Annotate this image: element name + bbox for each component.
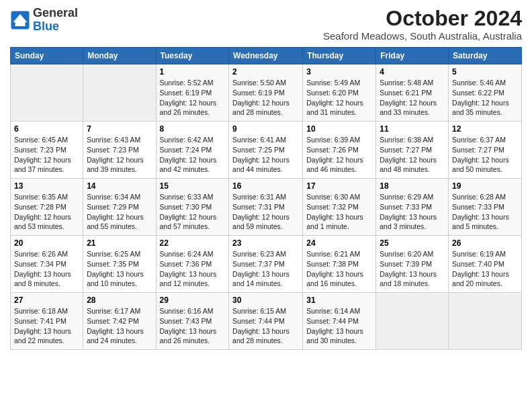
day-number: 28 bbox=[87, 295, 152, 305]
calendar-cell: 15Sunrise: 6:33 AMSunset: 7:30 PMDayligh… bbox=[156, 179, 229, 236]
day-number: 17 bbox=[306, 181, 372, 191]
calendar-cell bbox=[83, 64, 156, 122]
day-info: Sunrise: 5:52 AMSunset: 6:19 PMDaylight:… bbox=[160, 78, 226, 118]
logo-text: General Blue bbox=[33, 7, 78, 34]
day-number: 25 bbox=[380, 238, 445, 248]
day-info: Sunrise: 6:33 AMSunset: 7:30 PMDaylight:… bbox=[160, 192, 226, 232]
calendar-cell: 10Sunrise: 6:39 AMSunset: 7:26 PMDayligh… bbox=[303, 122, 376, 179]
day-number: 13 bbox=[14, 181, 79, 191]
calendar-week-4: 20Sunrise: 6:26 AMSunset: 7:34 PMDayligh… bbox=[11, 236, 522, 293]
day-number: 24 bbox=[306, 238, 372, 248]
day-number: 16 bbox=[232, 181, 299, 191]
day-info: Sunrise: 6:43 AMSunset: 7:23 PMDaylight:… bbox=[87, 135, 152, 175]
calendar-cell: 13Sunrise: 6:35 AMSunset: 7:28 PMDayligh… bbox=[11, 179, 83, 236]
calendar-cell: 12Sunrise: 6:37 AMSunset: 7:27 PMDayligh… bbox=[449, 122, 522, 179]
day-info: Sunrise: 5:49 AMSunset: 6:20 PMDaylight:… bbox=[306, 78, 372, 118]
day-number: 18 bbox=[380, 181, 445, 191]
day-info: Sunrise: 6:35 AMSunset: 7:28 PMDaylight:… bbox=[14, 192, 79, 232]
day-number: 21 bbox=[87, 238, 152, 248]
day-info: Sunrise: 6:23 AMSunset: 7:37 PMDaylight:… bbox=[232, 249, 299, 289]
calendar-cell: 16Sunrise: 6:31 AMSunset: 7:31 PMDayligh… bbox=[229, 179, 303, 236]
calendar-cell: 3Sunrise: 5:49 AMSunset: 6:20 PMDaylight… bbox=[303, 64, 376, 122]
day-number: 10 bbox=[306, 124, 372, 134]
day-info: Sunrise: 6:17 AMSunset: 7:42 PMDaylight:… bbox=[87, 306, 152, 346]
logo-blue-text: Blue bbox=[33, 19, 59, 33]
day-number: 1 bbox=[160, 67, 226, 77]
calendar-cell: 22Sunrise: 6:24 AMSunset: 7:36 PMDayligh… bbox=[156, 236, 229, 293]
calendar-cell: 14Sunrise: 6:34 AMSunset: 7:29 PMDayligh… bbox=[83, 179, 156, 236]
calendar-cell: 17Sunrise: 6:30 AMSunset: 7:32 PMDayligh… bbox=[303, 179, 376, 236]
day-number: 27 bbox=[14, 295, 79, 305]
day-info: Sunrise: 6:16 AMSunset: 7:43 PMDaylight:… bbox=[160, 306, 226, 346]
day-number: 4 bbox=[380, 67, 445, 77]
day-number: 8 bbox=[160, 124, 226, 134]
day-info: Sunrise: 6:20 AMSunset: 7:39 PMDaylight:… bbox=[380, 249, 445, 289]
day-info: Sunrise: 6:37 AMSunset: 7:27 PMDaylight:… bbox=[452, 135, 518, 175]
day-info: Sunrise: 6:29 AMSunset: 7:33 PMDaylight:… bbox=[380, 192, 445, 232]
day-info: Sunrise: 6:26 AMSunset: 7:34 PMDaylight:… bbox=[14, 249, 79, 289]
day-info: Sunrise: 6:34 AMSunset: 7:29 PMDaylight:… bbox=[87, 192, 152, 232]
day-number: 5 bbox=[452, 67, 518, 77]
svg-rect-2 bbox=[15, 22, 26, 26]
day-number: 29 bbox=[160, 295, 226, 305]
day-number: 23 bbox=[232, 238, 299, 248]
calendar-cell: 20Sunrise: 6:26 AMSunset: 7:34 PMDayligh… bbox=[11, 236, 83, 293]
day-number: 11 bbox=[380, 124, 445, 134]
calendar-cell bbox=[376, 293, 449, 350]
page-header: General Blue October 2024 Seaford Meadow… bbox=[10, 7, 522, 42]
day-number: 15 bbox=[160, 181, 226, 191]
calendar-week-3: 13Sunrise: 6:35 AMSunset: 7:28 PMDayligh… bbox=[11, 179, 522, 236]
calendar-cell: 21Sunrise: 6:25 AMSunset: 7:35 PMDayligh… bbox=[83, 236, 156, 293]
day-info: Sunrise: 5:50 AMSunset: 6:19 PMDaylight:… bbox=[232, 78, 299, 118]
day-number: 22 bbox=[160, 238, 226, 248]
day-info: Sunrise: 6:25 AMSunset: 7:35 PMDaylight:… bbox=[87, 249, 152, 289]
calendar-week-5: 27Sunrise: 6:18 AMSunset: 7:41 PMDayligh… bbox=[11, 293, 522, 350]
calendar-cell: 9Sunrise: 6:41 AMSunset: 7:25 PMDaylight… bbox=[229, 122, 303, 179]
day-number: 31 bbox=[306, 295, 372, 305]
calendar-header-row: SundayMondayTuesdayWednesdayThursdayFrid… bbox=[11, 48, 522, 64]
calendar-cell: 29Sunrise: 6:16 AMSunset: 7:43 PMDayligh… bbox=[156, 293, 229, 350]
calendar-cell: 2Sunrise: 5:50 AMSunset: 6:19 PMDaylight… bbox=[229, 64, 303, 122]
column-header-sunday: Sunday bbox=[11, 48, 83, 64]
column-header-monday: Monday bbox=[83, 48, 156, 64]
calendar-cell: 31Sunrise: 6:14 AMSunset: 7:44 PMDayligh… bbox=[303, 293, 376, 350]
day-info: Sunrise: 6:21 AMSunset: 7:38 PMDaylight:… bbox=[306, 249, 372, 289]
calendar-cell: 8Sunrise: 6:42 AMSunset: 7:24 PMDaylight… bbox=[156, 122, 229, 179]
calendar-cell: 25Sunrise: 6:20 AMSunset: 7:39 PMDayligh… bbox=[376, 236, 449, 293]
calendar-week-1: 1Sunrise: 5:52 AMSunset: 6:19 PMDaylight… bbox=[11, 64, 522, 122]
logo-icon bbox=[10, 10, 30, 30]
day-info: Sunrise: 6:15 AMSunset: 7:44 PMDaylight:… bbox=[232, 306, 299, 346]
calendar-cell bbox=[449, 293, 522, 350]
column-header-thursday: Thursday bbox=[303, 48, 376, 64]
day-number: 7 bbox=[87, 124, 152, 134]
calendar-cell: 18Sunrise: 6:29 AMSunset: 7:33 PMDayligh… bbox=[376, 179, 449, 236]
day-info: Sunrise: 6:31 AMSunset: 7:31 PMDaylight:… bbox=[232, 192, 299, 232]
calendar-table: SundayMondayTuesdayWednesdayThursdayFrid… bbox=[10, 47, 522, 350]
calendar-cell: 23Sunrise: 6:23 AMSunset: 7:37 PMDayligh… bbox=[229, 236, 303, 293]
calendar-cell: 5Sunrise: 5:46 AMSunset: 6:22 PMDaylight… bbox=[449, 64, 522, 122]
day-number: 30 bbox=[232, 295, 299, 305]
day-info: Sunrise: 6:45 AMSunset: 7:23 PMDaylight:… bbox=[14, 135, 79, 175]
day-info: Sunrise: 6:42 AMSunset: 7:24 PMDaylight:… bbox=[160, 135, 226, 175]
calendar-cell: 11Sunrise: 6:38 AMSunset: 7:27 PMDayligh… bbox=[376, 122, 449, 179]
day-number: 3 bbox=[306, 67, 372, 77]
calendar-cell: 19Sunrise: 6:28 AMSunset: 7:33 PMDayligh… bbox=[449, 179, 522, 236]
month-title: October 2024 bbox=[323, 7, 522, 30]
day-number: 2 bbox=[232, 67, 299, 77]
day-info: Sunrise: 5:48 AMSunset: 6:21 PMDaylight:… bbox=[380, 78, 445, 118]
calendar-cell: 6Sunrise: 6:45 AMSunset: 7:23 PMDaylight… bbox=[11, 122, 83, 179]
day-info: Sunrise: 5:46 AMSunset: 6:22 PMDaylight:… bbox=[452, 78, 518, 118]
day-number: 6 bbox=[14, 124, 79, 134]
day-info: Sunrise: 6:30 AMSunset: 7:32 PMDaylight:… bbox=[306, 192, 372, 232]
calendar-cell: 4Sunrise: 5:48 AMSunset: 6:21 PMDaylight… bbox=[376, 64, 449, 122]
day-info: Sunrise: 6:18 AMSunset: 7:41 PMDaylight:… bbox=[14, 306, 79, 346]
day-info: Sunrise: 6:14 AMSunset: 7:44 PMDaylight:… bbox=[306, 306, 372, 346]
day-info: Sunrise: 6:39 AMSunset: 7:26 PMDaylight:… bbox=[306, 135, 372, 175]
calendar-cell: 1Sunrise: 5:52 AMSunset: 6:19 PMDaylight… bbox=[156, 64, 229, 122]
location-subtitle: Seaford Meadows, South Australia, Austra… bbox=[323, 30, 522, 42]
logo-general-text: General bbox=[33, 6, 78, 19]
column-header-saturday: Saturday bbox=[449, 48, 522, 64]
calendar-cell: 26Sunrise: 6:19 AMSunset: 7:40 PMDayligh… bbox=[449, 236, 522, 293]
day-number: 20 bbox=[14, 238, 79, 248]
day-number: 19 bbox=[452, 181, 518, 191]
